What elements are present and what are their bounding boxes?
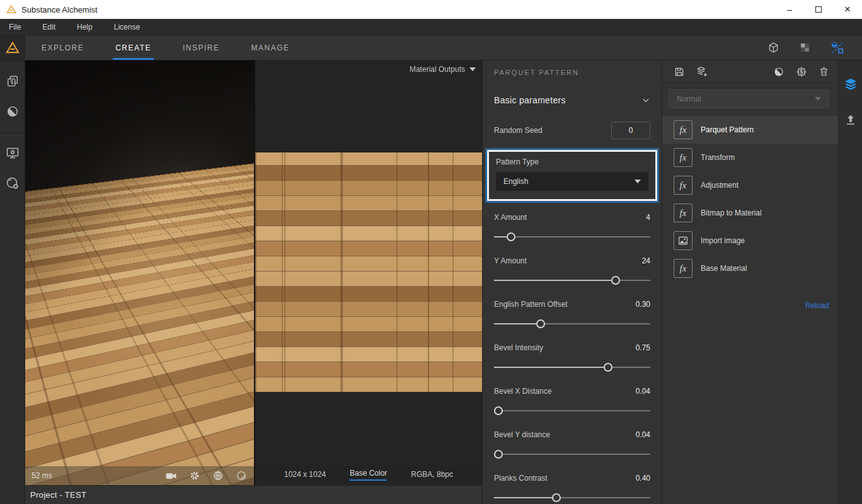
caret-down-icon	[815, 97, 821, 101]
tab-inspire[interactable]: INSPIRE	[180, 35, 222, 60]
contrast-sphere-icon[interactable]	[6, 105, 20, 118]
title-bar: Substance Alchemist – ×	[0, 0, 862, 19]
slider-track[interactable]	[494, 232, 650, 241]
slider-handle[interactable]	[536, 319, 545, 328]
environment-icon[interactable]	[212, 469, 224, 482]
blend-mode-dropdown[interactable]: Normal	[669, 89, 829, 108]
delete-icon[interactable]	[819, 66, 829, 77]
tab-explore[interactable]: EXPLORE	[39, 35, 86, 60]
tutorial-highlight-box: Pattern Type English	[485, 148, 659, 203]
slider-track[interactable]	[494, 450, 650, 459]
slider-handle[interactable]	[494, 406, 503, 415]
menu-help[interactable]: Help	[66, 19, 103, 35]
slider-x-amount: X Amount4	[494, 213, 650, 241]
channel-selector[interactable]: Base Color	[350, 469, 387, 481]
slider-track[interactable]	[494, 406, 650, 415]
fx-icon: fx	[674, 203, 692, 222]
pattern-type-dropdown[interactable]: English	[496, 172, 648, 191]
viewport-2d-statusbar: 1024 x 1024 Base Color RGBA, 8bpc	[255, 466, 482, 483]
slider-y-amount: Y Amount24	[494, 256, 650, 285]
pattern-type-label: Pattern Type	[496, 158, 648, 166]
add-layer-icon[interactable]	[696, 66, 708, 78]
material-ball-icon[interactable]	[235, 469, 248, 482]
camera-icon[interactable]	[164, 469, 178, 483]
slider-value: 0.30	[636, 300, 650, 309]
layer-transform[interactable]: fx Transform	[662, 144, 838, 171]
layer-label: Base Material	[701, 264, 747, 273]
material-outputs-dropdown[interactable]: Material Outputs	[410, 65, 476, 74]
maximize-icon	[815, 6, 822, 13]
layer-adjustment[interactable]: fx Adjustment	[662, 171, 838, 199]
mask-icon[interactable]	[773, 66, 784, 77]
parameters-panel: PARQUET PATTERN Basic parameters Random …	[482, 60, 662, 504]
close-button[interactable]: ×	[833, 0, 862, 19]
menu-file[interactable]: File	[0, 19, 32, 35]
random-seed-label: Random Seed	[494, 126, 543, 135]
menu-edit[interactable]: Edit	[32, 19, 66, 35]
layer-label: Bitmap to Material	[701, 209, 762, 217]
save-icon[interactable]	[674, 66, 685, 77]
main-area: 52 ms	[0, 60, 862, 504]
viewport-3d[interactable]: 52 ms	[25, 60, 254, 485]
view-3d-icon[interactable]	[767, 41, 780, 54]
substance-material-icon[interactable]	[795, 66, 808, 78]
display-settings-icon[interactable]	[5, 146, 20, 161]
slider-bevel-intensity: Bevel Intensity0.75	[494, 343, 650, 372]
layer-parquet-pattern[interactable]: fx Parquet Pattern	[662, 116, 838, 144]
viewport-2d[interactable]: Material Outputs 1024 x 1024 Base Color …	[255, 60, 482, 485]
slider-value: 4	[646, 213, 650, 222]
chevron-down-icon	[469, 67, 476, 71]
viewport-column: 52 ms	[25, 60, 482, 504]
maximize-button[interactable]	[804, 0, 833, 19]
caret-down-icon	[635, 180, 641, 183]
layer-label: Adjustment	[701, 181, 738, 190]
layer-label: Import image	[701, 236, 745, 245]
layers-toolbar	[662, 60, 838, 83]
slider-value: 0.75	[636, 343, 650, 352]
renderer-settings-icon[interactable]	[188, 469, 201, 482]
slider-handle[interactable]	[552, 493, 561, 502]
tab-create[interactable]: CREATE	[113, 35, 154, 60]
slider-label: Bevel Intensity	[494, 343, 543, 353]
chevron-down-icon	[641, 96, 650, 105]
slider-label: Y Amount	[494, 256, 527, 266]
section-basic-parameters[interactable]: Basic parameters	[494, 95, 650, 105]
layer-import-image[interactable]: Import image	[662, 227, 838, 255]
layer-list: fx Parquet Pattern fx Transform fx Adjus…	[662, 116, 838, 282]
layer-bitmap-to-material[interactable]: fx Bitmap to Material	[662, 199, 838, 227]
materials-stack-icon[interactable]	[6, 74, 20, 88]
slider-handle[interactable]	[611, 276, 620, 285]
slider-track[interactable]	[494, 276, 650, 285]
tab-manage[interactable]: MANAGE	[249, 35, 292, 60]
toolbar-divider	[0, 132, 25, 133]
layer-base-material[interactable]: fx Base Material	[662, 255, 838, 282]
slider-track[interactable]	[494, 493, 650, 502]
slider-label: Bevel Y distance	[494, 430, 550, 440]
export-icon[interactable]	[844, 113, 858, 127]
slider-handle[interactable]	[494, 450, 503, 459]
slider-handle[interactable]	[507, 232, 515, 241]
minimize-button[interactable]: –	[775, 0, 804, 19]
slider-track[interactable]	[494, 363, 650, 372]
view-split-icon[interactable]	[830, 40, 844, 55]
slider-label: English Pattern Offset	[494, 300, 568, 309]
slider-handle[interactable]	[604, 363, 612, 372]
reload-link[interactable]: Reload	[662, 301, 829, 310]
project-name: Project - TEST	[25, 490, 86, 500]
random-seed-input[interactable]: 0	[611, 122, 650, 139]
fx-icon: fx	[674, 259, 692, 278]
slider-planks-contrast: Planks Contrast0.40	[494, 474, 650, 502]
right-sidebar	[838, 60, 862, 504]
parquet-floor-3d	[25, 149, 254, 485]
layers-panel: Normal fx Parquet Pattern fx Transform f…	[662, 60, 838, 504]
environment-settings-icon[interactable]	[5, 176, 20, 191]
layers-panel-icon[interactable]	[843, 77, 858, 92]
texture-format: RGBA, 8bpc	[411, 470, 453, 479]
render-time: 52 ms	[32, 471, 52, 480]
viewport-3d-toolbar: 52 ms	[25, 466, 254, 485]
slider-value: 0.04	[636, 387, 650, 396]
menu-license[interactable]: License	[103, 19, 151, 35]
slider-track[interactable]	[494, 319, 650, 328]
view-2d-icon[interactable]	[799, 42, 811, 54]
pattern-type-value: English	[503, 177, 528, 186]
